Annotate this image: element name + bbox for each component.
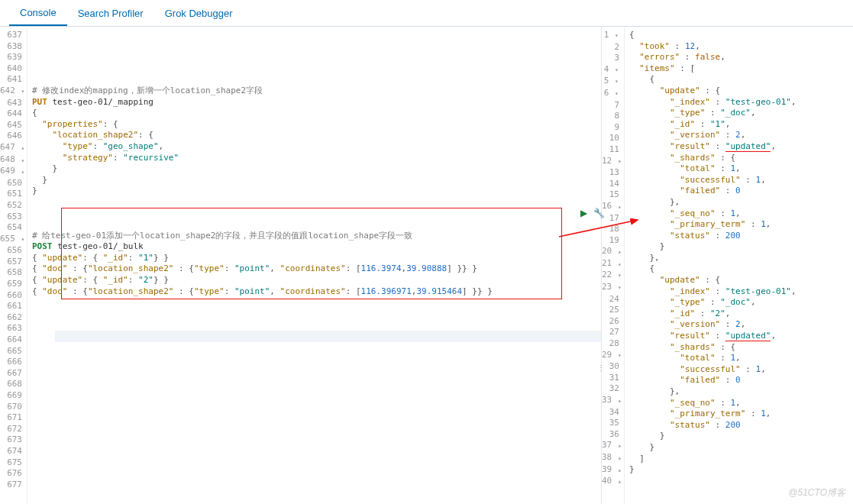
- http-method: PUT: [32, 97, 47, 107]
- tab-grok-debugger[interactable]: Grok Debugger: [154, 0, 244, 26]
- resize-handle-icon[interactable]: ⋮: [597, 211, 606, 219]
- play-icon[interactable]: ▶: [580, 208, 587, 218]
- request-path: test-geo-01/_mapping: [53, 97, 153, 107]
- request-editor[interactable]: # 修改index的mapping，新增一个location_shape2字段 …: [27, 27, 601, 504]
- request-path: test-geo-01/_bulk: [57, 241, 144, 251]
- watermark: @51CTO博客: [788, 486, 845, 499]
- dev-tools-tabs: Console Search Profiler Grok Debugger: [0, 0, 853, 26]
- comment: # 修改index的mapping，新增一个location_shape2字段: [32, 86, 263, 95]
- response-viewer[interactable]: { "took" : 12, "errors" : false, "items"…: [625, 27, 853, 504]
- tab-console[interactable]: Console: [9, 0, 67, 26]
- comment: # 给test-geo-01添加一个location_shape2的字段，并且字…: [32, 231, 412, 241]
- resize-handle-icon[interactable]: ⋮: [597, 363, 606, 372]
- left-line-gutter: 637 638 639 640 641 642 ▾ 643 644 645 64…: [0, 27, 27, 504]
- response-pane: 1 ▾ 2 3 4 ▾ 5 ▾ 6 ▾ 7 8 9 10 11 12 ▾ 13 …: [602, 27, 853, 504]
- request-pane: 637 638 639 640 641 642 ▾ 643 644 645 64…: [0, 27, 602, 504]
- tab-search-profiler[interactable]: Search Profiler: [67, 0, 154, 26]
- http-method: POST: [32, 241, 53, 251]
- result-updated: "updated": [725, 331, 771, 341]
- split-pane: 637 638 639 640 641 642 ▾ 643 644 645 64…: [0, 27, 853, 504]
- right-line-gutter: 1 ▾ 2 3 4 ▾ 5 ▾ 6 ▾ 7 8 9 10 11 12 ▾ 13 …: [602, 27, 625, 504]
- result-updated: "updated": [725, 141, 771, 152]
- cursor-line-highlight: [55, 331, 601, 342]
